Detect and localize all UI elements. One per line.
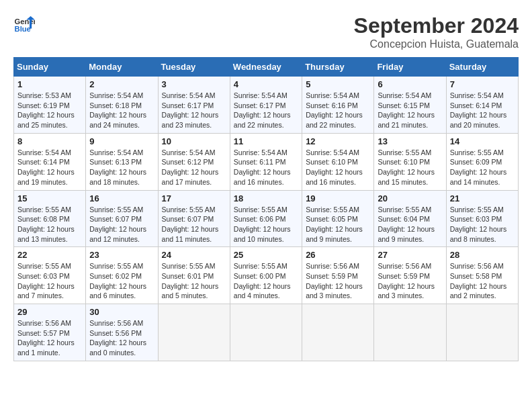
day-number: 23 [89,250,154,260]
day-info: Sunrise: 5:54 AMSunset: 6:14 PMDaylight:… [17,148,75,186]
day-number: 25 [234,250,298,260]
table-row: 22 Sunrise: 5:55 AMSunset: 6:03 PMDaylig… [14,247,86,304]
day-info: Sunrise: 5:54 AMSunset: 6:18 PMDaylight:… [89,91,146,129]
calendar-week-row: 15 Sunrise: 5:55 AMSunset: 6:08 PMDaylig… [14,190,519,247]
day-info: Sunrise: 5:55 AMSunset: 6:03 PMDaylight:… [17,262,75,300]
day-info: Sunrise: 5:53 AMSunset: 6:19 PMDaylight:… [17,91,75,129]
day-info: Sunrise: 5:55 AMSunset: 6:08 PMDaylight:… [17,205,75,243]
table-row: 15 Sunrise: 5:55 AMSunset: 6:08 PMDaylig… [14,190,86,247]
table-row [446,304,518,361]
calendar-week-row: 8 Sunrise: 5:54 AMSunset: 6:14 PMDayligh… [14,133,519,190]
table-row: 27 Sunrise: 5:56 AMSunset: 5:59 PMDaylig… [374,247,446,304]
day-number: 29 [17,307,82,317]
table-row: 4 Sunrise: 5:54 AMSunset: 6:17 PMDayligh… [230,77,302,134]
day-info: Sunrise: 5:55 AMSunset: 6:01 PMDaylight:… [162,262,219,300]
day-info: Sunrise: 5:55 AMSunset: 6:03 PMDaylight:… [450,205,507,243]
table-row: 23 Sunrise: 5:55 AMSunset: 6:02 PMDaylig… [86,247,158,304]
day-info: Sunrise: 5:54 AMSunset: 6:10 PMDaylight:… [306,148,363,186]
day-number: 4 [234,79,298,89]
location: Concepcion Huista, Guatemala [354,38,519,50]
table-row: 7 Sunrise: 5:54 AMSunset: 6:14 PMDayligh… [446,77,518,134]
day-info: Sunrise: 5:54 AMSunset: 6:11 PMDaylight:… [234,148,291,186]
day-number: 24 [162,250,226,260]
table-row: 12 Sunrise: 5:54 AMSunset: 6:10 PMDaylig… [302,133,374,190]
day-info: Sunrise: 5:56 AMSunset: 5:59 PMDaylight:… [306,262,363,300]
day-info: Sunrise: 5:54 AMSunset: 6:16 PMDaylight:… [306,91,363,129]
table-row: 11 Sunrise: 5:54 AMSunset: 6:11 PMDaylig… [230,133,302,190]
day-info: Sunrise: 5:54 AMSunset: 6:17 PMDaylight:… [234,91,291,129]
table-row [230,304,302,361]
table-row: 29 Sunrise: 5:56 AMSunset: 5:57 PMDaylig… [14,304,86,361]
day-number: 17 [162,193,226,203]
table-row: 24 Sunrise: 5:55 AMSunset: 6:01 PMDaylig… [158,247,230,304]
logo-icon: General Blue [13,13,35,35]
table-row: 25 Sunrise: 5:55 AMSunset: 6:00 PMDaylig… [230,247,302,304]
day-number: 1 [17,79,82,89]
title-block: September 2024 Concepcion Huista, Guatem… [354,13,519,50]
table-row: 20 Sunrise: 5:55 AMSunset: 6:04 PMDaylig… [374,190,446,247]
logo: General Blue [13,13,35,35]
table-row: 2 Sunrise: 5:54 AMSunset: 6:18 PMDayligh… [86,77,158,134]
day-number: 22 [17,250,82,260]
day-number: 19 [306,193,370,203]
table-row: 18 Sunrise: 5:55 AMSunset: 6:06 PMDaylig… [230,190,302,247]
day-info: Sunrise: 5:54 AMSunset: 6:13 PMDaylight:… [89,148,146,186]
day-number: 7 [450,79,515,89]
table-row: 6 Sunrise: 5:54 AMSunset: 6:15 PMDayligh… [374,77,446,134]
day-number: 2 [89,79,154,89]
table-row [302,304,374,361]
day-number: 9 [89,136,154,146]
col-saturday: Saturday [446,58,518,77]
day-number: 3 [162,79,226,89]
col-friday: Friday [374,58,446,77]
day-info: Sunrise: 5:55 AMSunset: 6:02 PMDaylight:… [89,262,146,300]
day-info: Sunrise: 5:56 AMSunset: 5:56 PMDaylight:… [89,319,146,357]
calendar-header-row: Sunday Monday Tuesday Wednesday Thursday… [14,58,519,77]
table-row: 10 Sunrise: 5:54 AMSunset: 6:12 PMDaylig… [158,133,230,190]
day-number: 21 [450,193,515,203]
day-number: 12 [306,136,370,146]
table-row: 14 Sunrise: 5:55 AMSunset: 6:09 PMDaylig… [446,133,518,190]
day-number: 13 [378,136,442,146]
day-number: 14 [450,136,515,146]
table-row: 19 Sunrise: 5:55 AMSunset: 6:05 PMDaylig… [302,190,374,247]
table-row: 1 Sunrise: 5:53 AMSunset: 6:19 PMDayligh… [14,77,86,134]
table-row: 9 Sunrise: 5:54 AMSunset: 6:13 PMDayligh… [86,133,158,190]
page-header: General Blue September 2024 Concepcion H… [13,13,519,50]
day-info: Sunrise: 5:54 AMSunset: 6:14 PMDaylight:… [450,91,507,129]
day-number: 18 [234,193,298,203]
day-number: 28 [450,250,515,260]
day-info: Sunrise: 5:55 AMSunset: 6:10 PMDaylight:… [378,148,435,186]
day-info: Sunrise: 5:54 AMSunset: 6:17 PMDaylight:… [162,91,219,129]
day-number: 15 [17,193,82,203]
table-row: 8 Sunrise: 5:54 AMSunset: 6:14 PMDayligh… [14,133,86,190]
table-row: 26 Sunrise: 5:56 AMSunset: 5:59 PMDaylig… [302,247,374,304]
col-sunday: Sunday [14,58,86,77]
table-row: 3 Sunrise: 5:54 AMSunset: 6:17 PMDayligh… [158,77,230,134]
day-info: Sunrise: 5:55 AMSunset: 6:09 PMDaylight:… [450,148,507,186]
table-row: 30 Sunrise: 5:56 AMSunset: 5:56 PMDaylig… [86,304,158,361]
table-row [158,304,230,361]
table-row: 13 Sunrise: 5:55 AMSunset: 6:10 PMDaylig… [374,133,446,190]
day-number: 27 [378,250,442,260]
table-row: 28 Sunrise: 5:56 AMSunset: 5:58 PMDaylig… [446,247,518,304]
table-row: 16 Sunrise: 5:55 AMSunset: 6:07 PMDaylig… [86,190,158,247]
day-info: Sunrise: 5:55 AMSunset: 6:04 PMDaylight:… [378,205,435,243]
col-wednesday: Wednesday [230,58,302,77]
table-row: 17 Sunrise: 5:55 AMSunset: 6:07 PMDaylig… [158,190,230,247]
col-tuesday: Tuesday [158,58,230,77]
svg-text:Blue: Blue [15,25,31,33]
calendar-week-row: 22 Sunrise: 5:55 AMSunset: 6:03 PMDaylig… [14,247,519,304]
table-row: 21 Sunrise: 5:55 AMSunset: 6:03 PMDaylig… [446,190,518,247]
day-info: Sunrise: 5:54 AMSunset: 6:12 PMDaylight:… [162,148,219,186]
table-row: 5 Sunrise: 5:54 AMSunset: 6:16 PMDayligh… [302,77,374,134]
day-info: Sunrise: 5:55 AMSunset: 6:07 PMDaylight:… [89,205,146,243]
day-number: 11 [234,136,298,146]
day-info: Sunrise: 5:56 AMSunset: 5:57 PMDaylight:… [17,319,75,357]
calendar-week-row: 1 Sunrise: 5:53 AMSunset: 6:19 PMDayligh… [14,77,519,134]
day-info: Sunrise: 5:55 AMSunset: 6:05 PMDaylight:… [306,205,363,243]
day-number: 20 [378,193,442,203]
day-number: 10 [162,136,226,146]
day-number: 8 [17,136,82,146]
calendar-week-row: 29 Sunrise: 5:56 AMSunset: 5:57 PMDaylig… [14,304,519,361]
